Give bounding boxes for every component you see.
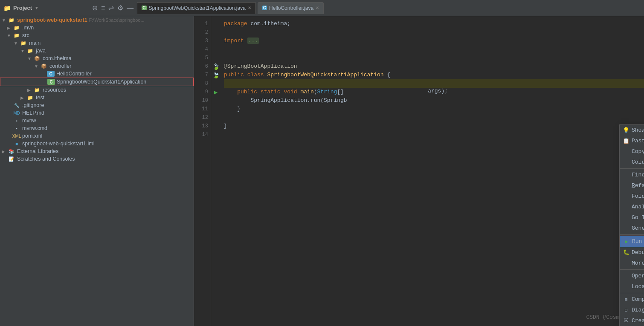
tab-main-application[interactable]: C SpringbootWebQuickstart1Application.ja… [137, 2, 255, 14]
toolbar-icons: ⊕ ≡ ⇌ ⚙ — [92, 4, 133, 12]
gutter-8 [211, 79, 220, 88]
menu-debug-label: Debug 'SpringbootWebQuickst...' [632, 249, 644, 256]
menu-copy-paste-special[interactable]: Copy / Paste Special ▶ [620, 146, 644, 157]
src-folder[interactable]: ▼ 📁 src [0, 32, 194, 39]
line-num-14: 14 [194, 130, 208, 139]
com-itheima-package[interactable]: ▼ 📦 com.itheima [0, 55, 194, 62]
scratches-label: Scratches and Consoles [17, 156, 75, 162]
separator-4 [620, 293, 644, 293]
pom-xml-file[interactable]: XML pom.xml [0, 132, 194, 140]
menu-diagrams-label: Diagrams [632, 307, 644, 313]
project-icon: 📁 [3, 5, 11, 12]
menu-folding[interactable]: Folding ▶ [620, 191, 644, 202]
scratches-consoles[interactable]: 📝 Scratches and Consoles [0, 155, 194, 163]
menu-diagrams[interactable]: ⊞ Diagrams ▶ [620, 305, 644, 315]
arrow-mvn: ▶ [7, 26, 13, 30]
menu-more-run-debug[interactable]: More Run/Debug ▶ [620, 258, 644, 268]
menu-compare-clipboard[interactable]: ⊞ Compare with Clipboard [620, 294, 644, 305]
menu-create-gist-label: Create Gist... [632, 317, 644, 324]
gutter-14 [211, 130, 220, 139]
mvnw-file[interactable]: ▪ mvnw [0, 117, 194, 124]
mvnw-cmd-file[interactable]: ▪ mvnw.cmd [0, 124, 194, 132]
springboot-application-file[interactable]: C SpringbootWebQuickstart1Application [0, 78, 194, 86]
line-num-6: 6 [194, 62, 208, 71]
root-path: F:\WorkSpace\springboo... [89, 17, 145, 23]
line-num-13: 13 [194, 122, 208, 130]
dropdown-arrow-icon[interactable]: ▼ [35, 6, 39, 10]
menu-open-in[interactable]: Open In ▶ [620, 271, 644, 281]
menu-generate[interactable]: Generate... Alt+Insert [620, 223, 644, 234]
sort-icon[interactable]: ⇌ [108, 4, 114, 12]
tab-hello-label: HelloController.java [269, 5, 313, 11]
help-md-file[interactable]: MD HELP.md [0, 109, 194, 117]
gist-icon: ⦿ [623, 317, 629, 324]
line-num-5: 5 [194, 54, 208, 62]
minimize-icon[interactable]: — [127, 4, 133, 12]
external-libraries[interactable]: ▶ 📚 External Libraries [0, 147, 194, 155]
menu-compare-label: Compare with Clipboard [632, 296, 644, 303]
context-actions-icon: 💡 [623, 127, 629, 134]
list-icon[interactable]: ≡ [101, 4, 105, 12]
main-folder[interactable]: ▼ 📁 main [0, 39, 194, 47]
iml-file[interactable]: ■ springboot-web-quickstart1.iml [0, 140, 194, 147]
code-line-13: } [224, 122, 644, 130]
code-line-6: @SpringBootApplication [224, 62, 644, 71]
code-line-4 [224, 45, 644, 54]
line-num-3: 3 [194, 37, 208, 45]
code-line-1: package com.itheima; [224, 20, 644, 28]
pom-xml-label: pom.xml [22, 133, 42, 139]
line-num-12: 12 [194, 113, 208, 122]
menu-find-usages[interactable]: Find Usages Alt+F7 [620, 170, 644, 180]
gitignore-icon: 🔧 [13, 102, 20, 108]
code-area[interactable]: package com.itheima; import ... @SpringB… [220, 16, 644, 326]
gutter-11 [211, 105, 220, 113]
project-label[interactable]: Project [13, 5, 32, 11]
menu-analyze-label: Analyze [632, 204, 644, 210]
java-folder[interactable]: ▼ 📁 java [0, 47, 194, 55]
tab-hello-close-icon[interactable]: ✕ [316, 6, 319, 10]
menu-paste[interactable]: 📋 Paste Ctrl+V [620, 136, 644, 146]
controller-package[interactable]: ▼ 📦 controller [0, 62, 194, 70]
tab-hello-controller[interactable]: C HelloController.java ✕ [258, 2, 324, 14]
main-folder-icon: 📁 [20, 40, 27, 46]
menu-run[interactable]: ▶ Run 'SpringbootWebQuickst...' Ctrl+Shi… [620, 236, 644, 247]
java-c-file-icon: C [47, 71, 55, 77]
external-libraries-label: External Libraries [17, 148, 58, 154]
code-editor[interactable]: 1 2 3 4 5 6 7 8 9 10 11 12 13 14 [194, 16, 644, 326]
compare-icon: ⊞ [623, 297, 629, 302]
hello-controller-file[interactable]: C HelloController [0, 70, 194, 78]
menu-show-context-actions[interactable]: 💡 Show Context Actions Alt+Enter [620, 125, 644, 136]
menu-debug[interactable]: 🐛 Debug 'SpringbootWebQuickst...' [620, 247, 644, 258]
gutter-4 [211, 45, 220, 54]
gutter-9[interactable]: ▶ [211, 88, 220, 96]
src-label: src [22, 32, 29, 38]
resources-folder[interactable]: ▶ 📁 resources [0, 86, 194, 94]
code-line-14 [224, 130, 644, 139]
xml-file-icon: XML [13, 133, 20, 139]
code-line-7: public class SpringbootWebQuickstart1App… [224, 71, 644, 79]
sync-icon[interactable]: ⊕ [92, 4, 98, 12]
menu-local-history[interactable]: Local History ▶ [620, 281, 644, 292]
menu-column-selection[interactable]: Column Selection Mode Alt+Shift+Insert [620, 157, 644, 167]
mvn-label: .mvn [22, 25, 34, 31]
tab-close-icon[interactable]: ✕ [248, 6, 251, 10]
menu-analyze[interactable]: Analyze ▶ [620, 202, 644, 212]
java-spring-file-icon: C [47, 79, 55, 85]
java-file-icon: C [142, 6, 146, 10]
settings-icon[interactable]: ⚙ [117, 4, 123, 12]
java-label: java [36, 48, 46, 54]
menu-refactor[interactable]: Refactor ▶ [620, 180, 644, 191]
mvn-folder[interactable]: ▶ 📁 .mvn [0, 24, 194, 32]
menu-generate-label: Generate... [632, 225, 644, 231]
scratches-icon: 📝 [8, 156, 15, 162]
gitignore-file[interactable]: 🔧 .gitignore [0, 101, 194, 109]
gutter-3 [211, 37, 220, 45]
gitignore-label: .gitignore [22, 102, 44, 108]
line-num-8: 8 [194, 79, 208, 88]
line-num-1: 1 [194, 20, 208, 28]
menu-go-to[interactable]: Go To ▶ [620, 212, 644, 223]
menu-create-gist[interactable]: ⦿ Create Gist... [620, 315, 644, 326]
tree-root[interactable]: ▼ 📁 springboot-web-quickstart1 F:\WorkSp… [0, 16, 194, 24]
test-folder[interactable]: ▶ 📁 test [0, 94, 194, 101]
code-line-3: import ... [224, 37, 644, 45]
